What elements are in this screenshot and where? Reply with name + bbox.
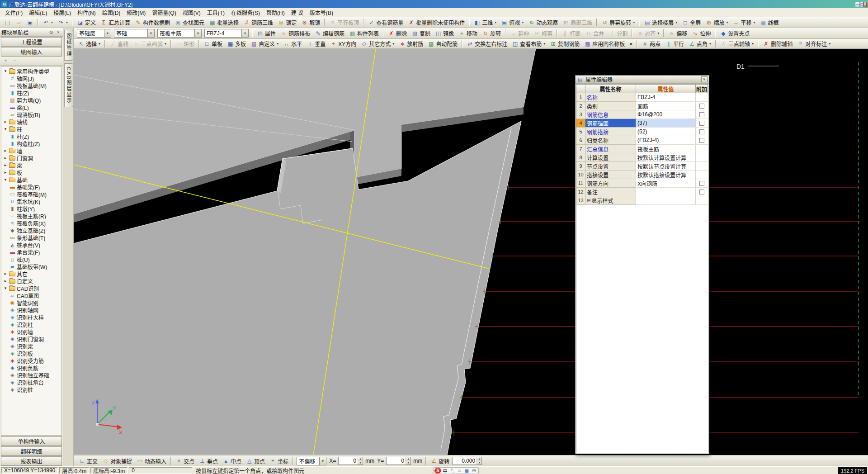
chevron-down-icon[interactable]: ▾ [104,29,111,37]
sogou-icon[interactable]: S [434,468,441,474]
menu-item-1[interactable]: 文件(F) [2,8,26,17]
vertex-snap-button[interactable]: △顶点 [244,457,267,465]
property-row[interactable]: 4钢筋锚固(37) [576,119,708,128]
tree-item[interactable]: ≡筏板主筋(R) [1,212,61,219]
expand-icon[interactable]: ▸ [3,170,8,175]
batch-delete-button[interactable]: ✗批量删除未使用构件 [406,18,467,27]
menu-item-12[interactable]: 建 议 [288,8,307,17]
tree-item[interactable]: #轴网(J) [1,75,61,82]
component-name-combo[interactable]: FBZJ-4▾ [204,29,249,38]
tree-folder[interactable]: ▸轴线 [1,118,61,125]
spinner[interactable]: ▲▼ [406,457,410,465]
coordinate-snap-button[interactable]: +坐标 [267,457,291,465]
attach-checkbox[interactable] [699,181,704,186]
tree-folder[interactable]: ▾常用构件类型 [1,67,61,75]
tree-item[interactable]: ◈识别梁 [1,342,61,350]
emoji-icon[interactable]: ☺ [456,468,463,474]
custom-button[interactable]: ▧自定义▾ [248,39,281,48]
property-row[interactable]: 10搭接设置按默认搭接设置计算 [576,171,708,179]
tree-item[interactable]: ∪集水坑(K) [1,198,61,205]
tree-folder[interactable]: ▸其它 [1,270,61,277]
component-type-combo[interactable]: 筏板主筋▾ [157,29,202,38]
lock-button[interactable]: ⊠锁定 [275,18,299,27]
property-value[interactable]: X向钢筋 [636,179,696,188]
expand-icon[interactable]: ▸ [3,271,8,276]
tree-item[interactable]: ▮柱(Z) [1,89,61,96]
multi-slab-button[interactable]: ▦多板 [225,39,248,48]
x-offset-input-field[interactable] [339,457,358,465]
tree-item[interactable]: ▭筏板基础(M) [1,82,61,89]
expand-icon[interactable]: ⊞ [587,198,590,203]
perpendicular-snap-button[interactable]: ⊥垂点 [197,457,220,465]
batch-select-button[interactable]: ▦批量选择 [207,18,241,27]
intersection-snap-button[interactable]: ×交点 [173,457,197,465]
property-value[interactable]: 按默认节点设置计算 [636,162,696,171]
expand-icon[interactable]: ▸ [3,279,8,283]
menu-item-11[interactable]: 帮助(H) [263,8,288,17]
property-row[interactable]: 8计算设置按默认计算设置计算 [576,153,708,162]
view-rebar-button[interactable]: ✓查看钢筋量 [366,18,406,27]
property-row[interactable]: 7汇总信息筏板主筋 [576,145,708,153]
chevron-down-icon[interactable]: ▾ [194,29,201,37]
attach-checkbox[interactable] [699,121,704,126]
tree-folder[interactable]: ▾CAD识别 [1,284,61,292]
midpoint-snap-button[interactable]: ▴中点 [220,457,244,465]
tree-folder[interactable]: ▾柱 [1,125,61,133]
fullscreen-button[interactable]: □全屏 [679,18,703,27]
undo-button[interactable]: ↶▾ [40,18,55,27]
side-tab-2[interactable]: CAD图层显示 [64,63,73,107]
copy-button[interactable]: ▧复制 [409,29,433,38]
osnap-button[interactable]: ◇对象捕捉 [100,457,134,465]
tree-folder[interactable]: ▸墙 [1,147,61,154]
attach-checkbox[interactable] [699,104,704,109]
property-row[interactable]: 2类别面筋 [576,102,708,110]
auto-rebar-button[interactable]: ▨自动配筋 [425,39,460,48]
tree-folder[interactable]: ▸门窗洞 [1,154,61,161]
tree-item[interactable]: ◈识别门窗洞 [1,335,61,342]
collapse-icon[interactable]: ▾ [3,286,8,290]
ortho-button[interactable]: ∟正交 [76,457,100,465]
align-label-button[interactable]: ≡对齐标注▾ [795,39,833,48]
expand-icon[interactable]: ▸ [3,119,8,124]
toolbar-overflow-button[interactable]: » [627,39,635,48]
property-row[interactable]: 6归类名称(FBZJ-4) [576,136,708,145]
collapse-icon[interactable]: ▾ [3,127,8,131]
tree-item[interactable]: ◈识别桩 [1,386,61,393]
menu-item-13[interactable]: 版本号(B) [307,8,336,17]
rotate-input-button[interactable]: ∠旋转 [428,457,452,465]
tree-item[interactable]: ◈识别受力筋 [1,357,61,364]
new-file-button[interactable]: ▢ [2,18,13,27]
toolbox-icon[interactable]: ⊞ [471,468,477,474]
floor-combo[interactable]: 基础层▾ [77,29,111,38]
delete-button[interactable]: ✗删除 [386,29,409,38]
chevron-down-icon[interactable]: ▾ [241,29,248,37]
property-value[interactable]: 面筋 [636,102,696,110]
floor-select-button[interactable]: ▤选择楼层▾ [642,18,679,27]
tree-item[interactable]: ◉智能识别 [1,299,61,306]
screen-rotate-button[interactable]: ↺屏幕旋转▾ [599,18,637,27]
mirror-button[interactable]: ◫镜像 [433,29,456,38]
property-value[interactable]: 按默认计算设置计算 [636,153,696,162]
close-icon[interactable]: × [55,29,61,35]
menu-item-10[interactable]: 在线服务(S) [228,8,263,17]
rotation-input[interactable]: ▲▼ [453,457,482,465]
apply-same-button[interactable]: ▩应用同名称板 [582,39,627,48]
nav-bottom-button-2[interactable]: 翻样明细 [1,446,62,456]
unlock-button[interactable]: ⊗解锁 [299,18,322,27]
three-point-axis-button[interactable]: ∴三点辅轴▾ [718,39,756,48]
property-value[interactable]: Φ16@200 [636,110,696,119]
select-button[interactable]: ↖选择▾ [75,39,103,48]
menu-item-8[interactable]: 视图(V) [179,8,204,17]
nav-bottom-button-1[interactable]: 单构件输入 [1,436,62,446]
property-row[interactable]: 3钢筋信息Φ16@200 [576,110,708,119]
collapse-icon[interactable]: ▾ [3,69,8,73]
single-slab-button[interactable]: □单板 [201,39,225,48]
tree-folder[interactable]: ▾基础 [1,176,61,183]
chevron-down-icon[interactable]: ▾ [147,29,154,37]
point-angle-button[interactable]: ∠点角▾ [686,39,713,48]
top-view-button[interactable]: ▣俯视▾ [499,18,526,27]
horizontal-button[interactable]: ↔水平 [281,39,304,48]
pin-icon[interactable]: ⊙ [48,29,54,35]
rebar-layout-button[interactable]: ≈钢筋排布 [278,29,312,38]
tree-item[interactable]: ◈识别板 [1,350,61,357]
